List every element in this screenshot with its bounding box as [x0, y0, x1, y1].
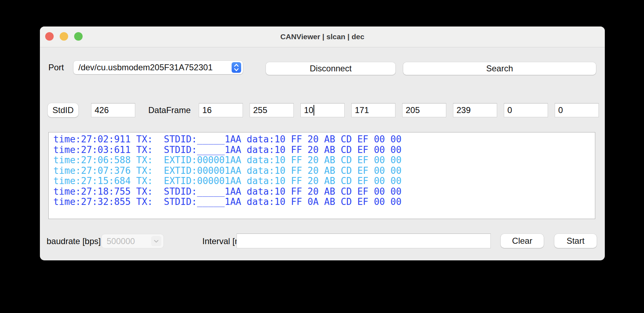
window-title: CANViewer | slcan | dec: [40, 26, 605, 47]
dataframe-byte-0-input[interactable]: [199, 103, 243, 117]
dataframe-byte-1-wrap: [250, 103, 294, 117]
dataframe-label: DataFrame: [148, 103, 191, 117]
start-button[interactable]: Start: [554, 234, 597, 248]
log-line: time:27:02:911 TX: STDID:_____1AA data:1…: [53, 134, 595, 145]
dataframe-byte-6-input[interactable]: [504, 103, 548, 117]
search-button[interactable]: Search: [403, 62, 596, 75]
disconnect-button[interactable]: Disconnect: [266, 62, 395, 75]
text-caret: [314, 105, 314, 116]
baudrate-label: baudrate [bps]: [47, 234, 101, 248]
dataframe-byte-5-input[interactable]: [453, 103, 497, 117]
dataframe-byte-5-wrap: [453, 103, 497, 117]
baudrate-select: 500000: [102, 234, 163, 248]
dataframe-byte-2-wrap: [300, 103, 345, 117]
baudrate-select-value: 500000: [107, 236, 135, 246]
dataframe-byte-0-wrap: [199, 103, 243, 117]
port-stepper-icon: [232, 62, 241, 73]
dataframe-byte-6-wrap: [504, 103, 548, 117]
dataframe-byte-7-wrap: [555, 103, 599, 117]
log-line: time:27:18:755 TX: STDID:_____1AA data:1…: [53, 187, 595, 197]
chevron-down-icon: [151, 236, 161, 246]
title-bar: CANViewer | slcan | dec: [40, 26, 605, 47]
app-window: CANViewer | slcan | dec Port /dev/cu.usb…: [40, 26, 605, 260]
log-line: time:27:06:588 TX: EXTID:000001AA data:1…: [53, 155, 595, 166]
port-select[interactable]: /dev/cu.usbmodem205F31A752301: [73, 61, 243, 74]
log-line: time:27:07:376 TX: EXTID:000001AA data:1…: [53, 166, 595, 176]
port-select-value: /dev/cu.usbmodem205F31A752301: [78, 63, 213, 72]
id-type-button[interactable]: StdID: [48, 103, 78, 117]
port-label: Port: [48, 61, 64, 74]
interval-input[interactable]: [237, 234, 491, 248]
log-line: time:27:15:684 TX: EXTID:000001AA data:1…: [53, 176, 595, 187]
log-line: time:27:32:855 TX: STDID:_____1AA data:1…: [53, 197, 595, 207]
dataframe-byte-1-input[interactable]: [250, 103, 294, 117]
dataframe-byte-4-wrap: [402, 103, 446, 117]
log-line: time:27:03:611 TX: STDID:_____1AA data:1…: [53, 145, 595, 155]
stdid-value-input[interactable]: [91, 103, 135, 117]
dataframe-byte-2-input[interactable]: [300, 103, 345, 117]
clear-button[interactable]: Clear: [501, 234, 544, 248]
dataframe-byte-3-input[interactable]: [351, 103, 395, 117]
dataframe-byte-3-wrap: [351, 103, 395, 117]
can-message-log[interactable]: time:27:02:911 TX: STDID:_____1AA data:1…: [48, 132, 595, 219]
dataframe-byte-7-input[interactable]: [555, 103, 599, 117]
dataframe-byte-4-input[interactable]: [402, 103, 446, 117]
